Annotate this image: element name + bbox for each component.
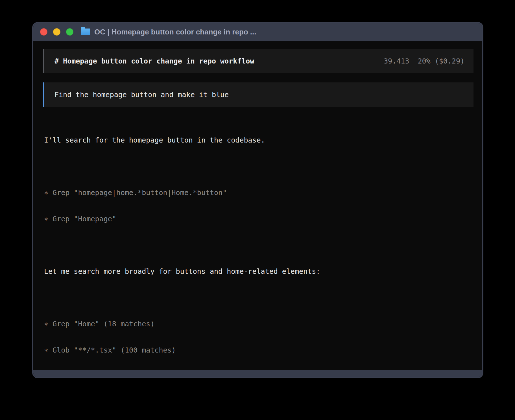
assistant-text-line: Let me search more broadly for buttons a… (44, 267, 473, 276)
traffic-lights (40, 28, 73, 36)
close-button[interactable] (40, 28, 47, 36)
window-bottom-chrome (33, 370, 482, 377)
tool-call-grep: ∗ Grep "Home" (18 matches) (44, 320, 473, 328)
terminal-content: # Homepage button color change in repo w… (33, 41, 482, 370)
tool-call-grep: ∗ Grep "Homepage" (44, 215, 473, 223)
zoom-button[interactable] (66, 28, 73, 36)
user-message: Find the homepage button and make it blu… (43, 82, 473, 107)
terminal-window: OC | Homepage button color change in rep… (32, 22, 483, 378)
tool-call-glob: ∗ Glob "**/*.tsx" (100 matches) (44, 346, 473, 355)
blank-line (44, 162, 473, 171)
blank-line (44, 241, 473, 250)
transcript: I'll search for the homepage button in t… (43, 118, 473, 370)
tool-call-grep: ∗ Grep "homepage|home.*button|Home.*butt… (44, 188, 473, 197)
folder-icon (81, 29, 90, 35)
session-header: # Homepage button color change in repo w… (43, 49, 473, 73)
session-metrics: 39,413 20% ($0.29) (384, 57, 464, 65)
session-title: # Homepage button color change in repo w… (54, 57, 254, 65)
titlebar: OC | Homepage button color change in rep… (33, 23, 482, 41)
blank-line (44, 293, 473, 302)
minimize-button[interactable] (53, 28, 60, 36)
user-message-text: Find the homepage button and make it blu… (54, 90, 229, 99)
assistant-text-line: I'll search for the homepage button in t… (44, 136, 473, 145)
window-title: OC | Homepage button color change in rep… (94, 28, 256, 36)
